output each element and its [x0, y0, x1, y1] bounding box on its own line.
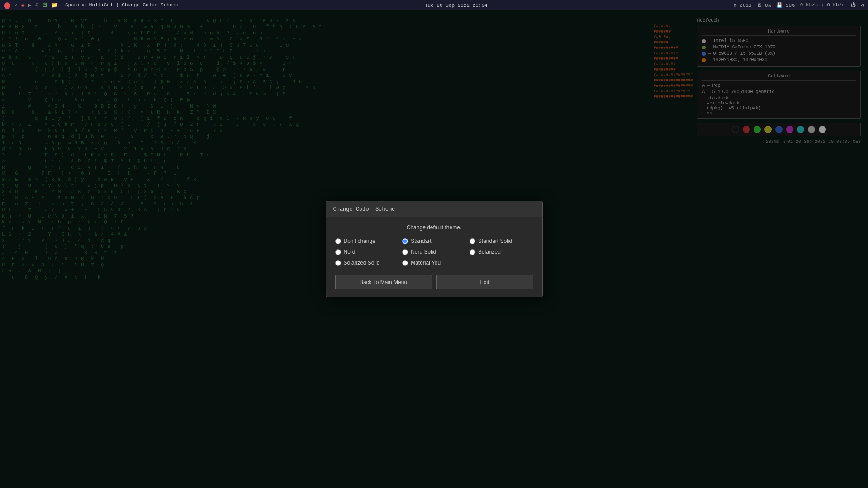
option-solarized-solid-label: Solarized Solid — [344, 260, 380, 266]
option-dont-change-label: Don't change — [344, 238, 375, 244]
radio-standart-solid[interactable] — [470, 238, 475, 244]
image-icon[interactable]: 🖼 — [42, 2, 47, 9]
radio-nord-solid[interactable] — [402, 249, 408, 255]
option-solarized[interactable]: Solarized — [470, 249, 533, 255]
topbar: ⬤ ♪ ◉ ▶ ♫ 🖼 📁 Spacing MultiCol | Change … — [0, 0, 868, 10]
option-solarized-solid[interactable]: Solarized Solid — [335, 260, 399, 266]
mic-icon[interactable]: ♪ — [14, 2, 18, 8]
option-nord-label: Nord — [344, 249, 356, 255]
dialog-titlebar: Change Color Scheme — [326, 201, 542, 217]
topbar-title: Spacing MultiCol | Change Color Scheme — [65, 2, 179, 8]
radio-solarized[interactable] — [470, 249, 475, 255]
option-standart-label: Standart — [411, 238, 431, 244]
theme-options-grid: Don't change Standart Standart Solid Nor… — [335, 238, 533, 266]
dialog-body: Change default theme. Don't change Stand… — [326, 217, 542, 297]
datetime-text: Tue 20 Sep 2022 20:04 — [425, 3, 488, 8]
change-color-scheme-dialog: Change Color Scheme Change default theme… — [326, 201, 543, 297]
option-nord-solid-label: Nord Solid — [411, 249, 436, 255]
option-standart-solid[interactable]: Standart Solid — [470, 238, 533, 244]
option-nord-solid[interactable]: Nord Solid — [402, 249, 466, 255]
radio-dont-change[interactable] — [335, 238, 341, 244]
topbar-right: ⚙ 2613 🖥 8% 💾 10% 0 kb/s ↓ 0 kb/s ⏻ ⚙ — [734, 2, 864, 9]
option-standart[interactable]: Standart — [402, 238, 466, 244]
option-material-you[interactable]: Material You — [402, 260, 466, 266]
dialog-buttons: Back To Main Menu Exit — [335, 275, 533, 289]
topbar-datetime: Tue 20 Sep 2022 20:04 — [425, 1, 488, 9]
exit-button[interactable]: Exit — [436, 275, 533, 289]
dialog-subtitle: Change default theme. — [335, 224, 533, 231]
option-solarized-label: Solarized — [478, 249, 501, 255]
disk-stat: 💾 10% — [776, 2, 794, 8]
music-icon[interactable]: ♫ — [35, 2, 38, 8]
radio-material-you[interactable] — [402, 260, 408, 266]
radio-standart[interactable] — [402, 238, 408, 244]
back-to-main-menu-button[interactable]: Back To Main Menu — [335, 275, 432, 289]
option-nord[interactable]: Nord — [335, 249, 399, 255]
dialog-title: Change Color Scheme — [333, 206, 395, 213]
video-icon[interactable]: ▶ — [28, 2, 31, 9]
folder-icon[interactable]: 📁 — [51, 2, 58, 9]
power-icon[interactable]: ⏻ — [850, 2, 856, 9]
cpu2-stat: 🖥 8% — [757, 2, 771, 8]
radio-nord[interactable] — [335, 249, 341, 255]
net-stat: 0 kb/s ↓ 0 kb/s — [800, 2, 845, 8]
camera-icon[interactable]: ◉ — [21, 2, 24, 9]
dialog-overlay: Change Color Scheme Change default theme… — [0, 10, 868, 488]
option-standart-solid-label: Standart Solid — [478, 238, 512, 244]
cpu1-stat: ⚙ 2613 — [734, 2, 752, 8]
settings-icon[interactable]: ⚙ — [861, 2, 864, 9]
radio-solarized-solid[interactable] — [335, 260, 341, 266]
topbar-left: ⬤ ♪ ◉ ▶ ♫ 🖼 📁 Spacing MultiCol | Change … — [4, 1, 179, 9]
option-material-you-label: Material You — [411, 260, 441, 266]
option-dont-change[interactable]: Don't change — [335, 238, 399, 244]
arch-icon[interactable]: ⬤ — [4, 1, 11, 9]
